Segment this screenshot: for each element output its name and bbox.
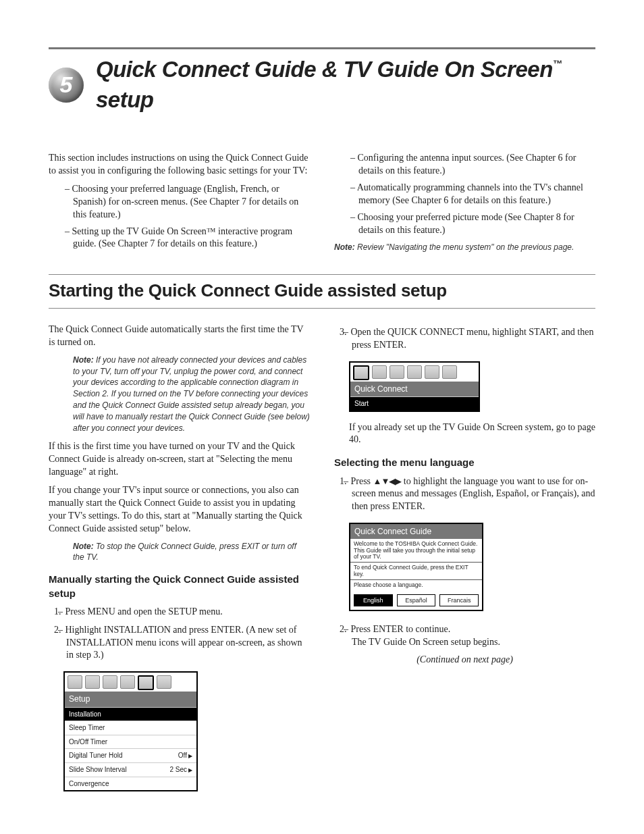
language-steps: Press ▲▼◀▶ to highlight the language you… [334, 475, 595, 514]
menu-item: Sleep Timer [65, 721, 196, 735]
step-text: The TV Guide On Screen setup begins. [352, 637, 500, 647]
menu-icon [85, 675, 100, 689]
body-p2: If this is the first time you have turne… [49, 440, 310, 479]
menu-item: Convergence [65, 777, 196, 791]
choose-text: Please choose a language. [350, 580, 482, 590]
subheading-manual-start: Manually starting the Quick Connect Guid… [49, 573, 310, 600]
language-buttons: English Español Francais [350, 591, 482, 610]
intro-lead: This section includes instructions on us… [49, 152, 310, 178]
step-text-pre: Press [351, 476, 373, 486]
value-arrow: Off [178, 751, 192, 760]
step: Open the QUICK CONNECT menu, highlight S… [349, 326, 595, 352]
menu-icon-selected [353, 365, 369, 380]
lang-english-button: English [354, 594, 393, 606]
chapter-title-post: setup [96, 87, 154, 112]
menu-list: Installation Sleep Timer On/Off Timer Di… [65, 707, 196, 791]
chapter-number-badge: 5 [49, 68, 84, 103]
arrow-keys-icon: ▲▼◀▶ [373, 476, 402, 486]
menu-icon [390, 365, 404, 379]
lang-espanol-button: Español [397, 594, 436, 606]
note-label: Note: [73, 542, 94, 551]
menu-item: Slide Show Interval 2 Sec [65, 762, 196, 777]
menu-icon [157, 675, 171, 689]
language-steps-cont: Press ENTER to continue. The TV Guide On… [334, 623, 595, 649]
after-step3: If you already set up the TV Guide On Sc… [349, 421, 595, 447]
note-block: Note: If you have not already connected … [73, 355, 310, 434]
menu-icon [407, 365, 422, 379]
exit-text: To end Quick Connect Guide, press the EX… [350, 563, 482, 580]
quick-connect-screenshot: Quick Connect Start [349, 361, 480, 412]
menu-icon [103, 675, 117, 689]
top-rule [49, 47, 595, 49]
step: Highlight INSTALLATION and press ENTER. … [63, 624, 310, 662]
note-text: If you have not already connected your d… [73, 355, 310, 433]
intro-columns: This section includes instructions on us… [49, 152, 595, 257]
intro-bullet: Choosing your preferred picture mode (Se… [358, 211, 595, 237]
body-p3: If you change your TV's input source or … [49, 484, 310, 536]
step: Press ENTER to continue. The TV Guide On… [349, 623, 595, 649]
manual-steps: Press MENU and open the SETUP menu. High… [49, 606, 310, 662]
menu-list: Start [350, 396, 479, 411]
note-label: Note: [73, 355, 94, 365]
menu-icon [120, 675, 135, 689]
chapter-title-pre: Quick Connect Guide & TV Guide On Screen [96, 57, 553, 82]
note-text: To stop the Quick Connect Guide, press E… [73, 542, 296, 563]
continued-note: (Continued on next page) [334, 654, 595, 667]
lang-francais-button: Francais [439, 594, 479, 606]
menu-icon-row [350, 363, 479, 382]
note-block: Note: To stop the Quick Connect Guide, p… [73, 541, 310, 564]
menu-icon [68, 675, 82, 689]
intro-bullet: Configuring the antenna input sources. (… [358, 152, 595, 178]
intro-note: Note: Review "Navigating the menu system… [334, 242, 595, 253]
chapter-header: 5 Quick Connect Guide & TV Guide On Scre… [49, 55, 595, 115]
panel-title: Quick Connect Guide [350, 524, 482, 539]
note-text: Review "Navigating the menu system" on t… [355, 242, 574, 252]
menu-item-installation: Installation [65, 707, 196, 721]
setup-menu-screenshot: Setup Installation Sleep Timer On/Off Ti… [63, 671, 198, 791]
menu-item: Digital Tuner Hold Off [65, 748, 196, 762]
welcome-text: Welcome to the TOSHIBA Quick Connect Gui… [350, 539, 482, 563]
step: Press ▲▼◀▶ to highlight the language you… [349, 475, 595, 514]
section-heading: Starting the Quick Connect Guide assiste… [49, 274, 595, 309]
value-arrow: 2 Sec [169, 765, 192, 775]
step-text: Press ENTER to continue. [351, 624, 451, 634]
menu-item-start: Start [350, 396, 479, 411]
intro-bullet: Setting up the TV Guide On Screen™ inter… [73, 226, 310, 251]
subheading-language: Selecting the menu language [334, 456, 595, 469]
note-label: Note: [334, 242, 355, 252]
intro-bullet: Choosing your preferred language (Englis… [73, 183, 310, 221]
quick-connect-guide-screenshot: Quick Connect Guide Welcome to the TOSHI… [349, 523, 483, 610]
step: Press MENU and open the SETUP menu. [63, 606, 310, 619]
tm-mark: ™ [553, 58, 562, 69]
menu-title: Quick Connect [350, 382, 479, 396]
body-p1: The Quick Connect Guide automatically st… [49, 323, 310, 349]
menu-icon-row [65, 673, 196, 692]
menu-item: On/Off Timer [65, 735, 196, 749]
chapter-title: Quick Connect Guide & TV Guide On Screen… [96, 55, 595, 115]
menu-icon [442, 365, 457, 379]
menu-icon [425, 365, 439, 379]
menu-icon-selected [138, 675, 154, 690]
menu-title: Setup [65, 692, 196, 706]
menu-icon [372, 365, 387, 379]
intro-bullet: Automatically programming channels into … [358, 182, 595, 207]
body-columns: The Quick Connect Guide automatically st… [49, 323, 595, 801]
manual-steps-cont: Open the QUICK CONNECT menu, highlight S… [334, 326, 595, 352]
